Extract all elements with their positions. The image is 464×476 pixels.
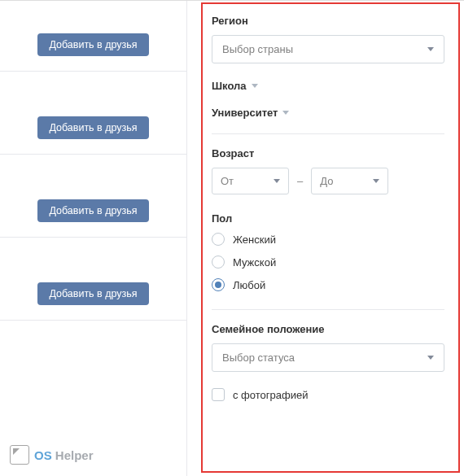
range-dash: – — [297, 175, 303, 187]
watermark-text: OS Helper — [34, 448, 94, 462]
radio-label: Женский — [233, 234, 276, 246]
radio-label: Мужской — [233, 256, 276, 269]
chevron-down-icon — [427, 47, 434, 51]
divider — [212, 133, 444, 134]
marital-label: Семейное положение — [212, 323, 444, 335]
checkbox-label: с фотографией — [233, 389, 308, 401]
filters-panel: Регион Выбор страны Школа Университет Во… — [187, 1, 464, 476]
select-placeholder: До — [320, 175, 333, 187]
select-placeholder: Выбор статуса — [222, 352, 295, 364]
with-photo-checkbox[interactable]: с фотографией — [212, 388, 444, 401]
result-item: Добавить в друзья — [0, 238, 186, 321]
chevron-down-icon — [427, 356, 434, 360]
add-friend-button[interactable]: Добавить в друзья — [37, 116, 148, 139]
chevron-down-icon — [373, 179, 379, 183]
chevron-down-icon — [282, 111, 289, 115]
result-item: Добавить в друзья — [0, 72, 186, 155]
school-toggle[interactable]: Школа — [212, 80, 444, 92]
school-label: Школа — [212, 80, 247, 92]
chevron-down-icon — [274, 179, 280, 183]
region-label: Регион — [212, 15, 444, 27]
age-to-select[interactable]: До — [311, 168, 388, 194]
gender-option-male[interactable]: Мужской — [212, 255, 444, 269]
radio-icon — [212, 233, 225, 246]
age-from-select[interactable]: От — [212, 168, 289, 194]
select-placeholder: От — [221, 175, 234, 187]
cursor-icon — [10, 445, 29, 465]
radio-icon — [212, 255, 225, 269]
result-item: Добавить в друзья — [0, 1, 186, 72]
radio-label: Любой — [233, 279, 265, 291]
select-placeholder: Выбор страны — [222, 43, 293, 55]
gender-option-female[interactable]: Женский — [212, 233, 444, 246]
university-toggle[interactable]: Университет — [212, 107, 444, 119]
chevron-down-icon — [252, 84, 258, 88]
gender-option-any[interactable]: Любой — [212, 278, 444, 291]
result-item: Добавить в друзья — [0, 155, 186, 238]
add-friend-button[interactable]: Добавить в друзья — [37, 33, 148, 56]
age-label: Возраст — [212, 147, 444, 159]
checkbox-icon — [212, 388, 225, 401]
radio-icon-checked — [212, 278, 225, 291]
gender-label: Пол — [212, 212, 444, 225]
university-label: Университет — [212, 107, 278, 119]
add-friend-button[interactable]: Добавить в друзья — [37, 282, 148, 305]
gender-radio-group: Женский Мужской Любой — [212, 233, 444, 291]
divider — [212, 309, 444, 310]
watermark: OS Helper — [10, 445, 94, 465]
results-column: Добавить в друзья Добавить в друзья Доба… — [0, 1, 187, 476]
marital-status-select[interactable]: Выбор статуса — [212, 343, 444, 372]
add-friend-button[interactable]: Добавить в друзья — [37, 199, 148, 222]
country-select[interactable]: Выбор страны — [212, 35, 444, 63]
